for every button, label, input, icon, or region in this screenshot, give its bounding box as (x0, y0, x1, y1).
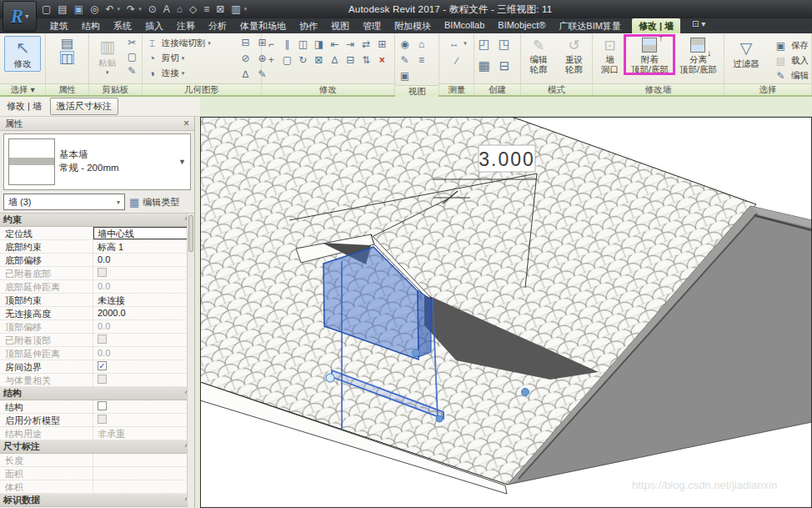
array-icon[interactable]: ⊞ (375, 38, 389, 51)
dimension-value[interactable]: 3.000 (479, 148, 535, 170)
sync-icon[interactable]: ◎ (90, 3, 98, 15)
beam-cope-icon[interactable]: ⊞ (255, 36, 269, 49)
assembly-icon[interactable]: ▦ (477, 59, 491, 73)
open-file-icon[interactable]: ▤ (58, 3, 67, 15)
panel-label-selection[interactable]: 选择 (724, 83, 811, 95)
measure-icon[interactable]: ⊙ (148, 3, 157, 15)
panel-label-modify[interactable]: 修改 (262, 83, 394, 95)
override-icon[interactable]: ≡ (414, 53, 429, 67)
cut-geometry-row[interactable]: ◔ 剪切 ▾ (145, 51, 185, 66)
type-selector-caret-icon[interactable]: ▼ (178, 158, 190, 166)
section-box-icon[interactable]: ▣ (398, 69, 412, 83)
close-icon[interactable]: × (183, 118, 189, 129)
section-dimensions[interactable]: 尺寸标注^ (0, 440, 194, 454)
tab-glodon-bim[interactable]: 广联达BIM算量 (552, 18, 628, 33)
cut-icon[interactable]: ✂ (125, 36, 139, 49)
undo-icon[interactable]: ↶ (106, 3, 114, 15)
drag-control-dot[interactable] (326, 374, 334, 382)
unjoin-icon[interactable]: ⊘ (238, 52, 253, 65)
checkbox-unchecked[interactable] (98, 415, 107, 424)
tab-view[interactable]: 视图 (324, 18, 356, 33)
drag-control-dot[interactable] (436, 415, 443, 422)
tab-bimcollab[interactable]: BIMcollab (438, 18, 491, 33)
measure-line-row[interactable]: ↔ ▾ (447, 36, 467, 51)
extend-icon[interactable]: ⇥ (343, 38, 358, 51)
mirror-axis-icon[interactable]: ◨ (312, 38, 326, 51)
tab-structure[interactable]: 结构 (75, 18, 107, 33)
tab-collaborate[interactable]: 协作 (293, 18, 324, 33)
scale-icon[interactable]: ∆ (328, 53, 342, 67)
save-icon[interactable]: ▣ (74, 3, 83, 15)
tab-addins[interactable]: 附加模块 (388, 18, 438, 33)
redo-caret-icon[interactable]: ▾ (138, 6, 142, 13)
offset-icon[interactable]: ∥ (280, 38, 294, 51)
modify-tool-button[interactable]: ↖ 修改 (4, 36, 41, 72)
hide-icon[interactable]: ◉ (398, 38, 412, 51)
group-icon[interactable]: ◳ (497, 38, 511, 51)
home-icon[interactable]: ⌂ (414, 38, 429, 51)
drawing-area[interactable]: 3.000 https://blog.csdn.net/jiadianxin (200, 117, 812, 508)
mirror-pick-icon[interactable]: ◫ (296, 38, 310, 51)
switch-windows-icon[interactable]: ▥ (231, 3, 240, 15)
pin-icon[interactable]: ⊠ (312, 53, 326, 67)
copy-element-icon[interactable]: ▢ (280, 53, 294, 67)
tab-manage[interactable]: 管理 (356, 18, 388, 33)
tab-analyze[interactable]: 分析 (202, 18, 233, 33)
ribbon-display-toggle[interactable]: ⊡ ▾ (687, 18, 710, 33)
tab-systems[interactable]: 系统 (107, 18, 138, 33)
checkbox-unchecked[interactable] (98, 334, 107, 344)
redo-icon[interactable]: ↷ (127, 3, 135, 15)
checkbox-unchecked[interactable] (98, 375, 107, 384)
profile-icon[interactable]: ∆ (238, 68, 253, 81)
join-geometry-row[interactable]: ◑ 连接 ▾ (145, 66, 185, 81)
default-3d-view-icon[interactable]: ⌂ (177, 3, 183, 15)
filter-button[interactable]: ▽ 过滤器 (727, 36, 765, 70)
type-properties-icon[interactable]: ◫ (60, 51, 74, 64)
paint-icon[interactable]: ✎ (255, 68, 269, 81)
wall-opening-button[interactable]: ⊡ 墙 洞口 (595, 36, 624, 74)
rotate-icon[interactable]: ↻ (296, 53, 310, 67)
panel-label-view[interactable]: 视图 (395, 85, 439, 97)
close-hidden-windows-icon[interactable]: ⊠ (216, 3, 224, 15)
text-icon[interactable]: A (163, 3, 170, 15)
linework-icon[interactable]: ✎ (398, 53, 412, 67)
section-constraints[interactable]: 约束^ (0, 214, 194, 227)
panel-label-modify-wall[interactable]: 修改墙 (593, 83, 724, 95)
tab-insert[interactable]: 插入 (138, 18, 170, 33)
edit-selection-button[interactable]: ✎ 编辑 (774, 68, 809, 83)
thin-lines-icon[interactable]: ≡ (203, 3, 209, 15)
load-selection-button[interactable]: ▤ 载入 (774, 53, 809, 68)
create-similar-icon[interactable]: ◰ (477, 38, 491, 51)
delete-icon[interactable]: × (375, 53, 389, 67)
copy-icon[interactable]: ▢ (125, 50, 139, 63)
properties-scrollbar[interactable] (187, 214, 194, 508)
measure-angle-icon[interactable]: ∕ (449, 54, 464, 68)
tab-bimobject[interactable]: BIMobject® (491, 18, 552, 33)
section-icon[interactable]: ◇ (189, 3, 197, 15)
edit-profile-button[interactable]: ✎ 编辑 轮廓 (524, 36, 554, 74)
drag-control-dot[interactable] (522, 389, 529, 396)
parts-icon[interactable]: ⊟ (497, 59, 511, 73)
split-icon[interactable]: ⊟ (343, 53, 358, 67)
new-file-icon[interactable]: ▢ (42, 3, 51, 15)
panel-label-geometry[interactable]: 几何图形 (143, 83, 261, 95)
drag-control-dot[interactable] (413, 350, 420, 357)
tab-annotate[interactable]: 注释 (170, 18, 202, 33)
trim-icon[interactable]: ⇤ (328, 38, 342, 51)
panel-label-properties[interactable]: 属性 (46, 83, 88, 95)
panel-label-measure[interactable]: 测量 (439, 83, 474, 95)
panel-label-create[interactable]: 创建 (474, 83, 519, 95)
attach-top-base-button[interactable]: ↑ 附着 顶部/底部 (627, 36, 672, 74)
panel-label-mode[interactable]: 模式 (521, 83, 592, 95)
activate-dimensions-button[interactable]: 激活尺寸标注 (50, 98, 118, 115)
scrollbar-thumb[interactable] (188, 215, 193, 252)
properties-palette-icon[interactable]: ▤ (60, 36, 74, 49)
panel-label-clipboard[interactable]: 剪贴板 (89, 83, 142, 95)
coping-row[interactable]: ⌶ 连接端切割 ▾ (145, 36, 211, 51)
section-identity-data[interactable]: 标识数据^ (0, 494, 194, 507)
section-structural[interactable]: 结构^ (0, 387, 194, 400)
checkbox-unchecked[interactable] (98, 268, 107, 277)
panel-label-select[interactable]: 选择 ▾ (0, 83, 45, 95)
match-type-icon[interactable]: ✎ (125, 64, 139, 78)
save-selection-button[interactable]: ▣ 保存 (774, 38, 809, 53)
